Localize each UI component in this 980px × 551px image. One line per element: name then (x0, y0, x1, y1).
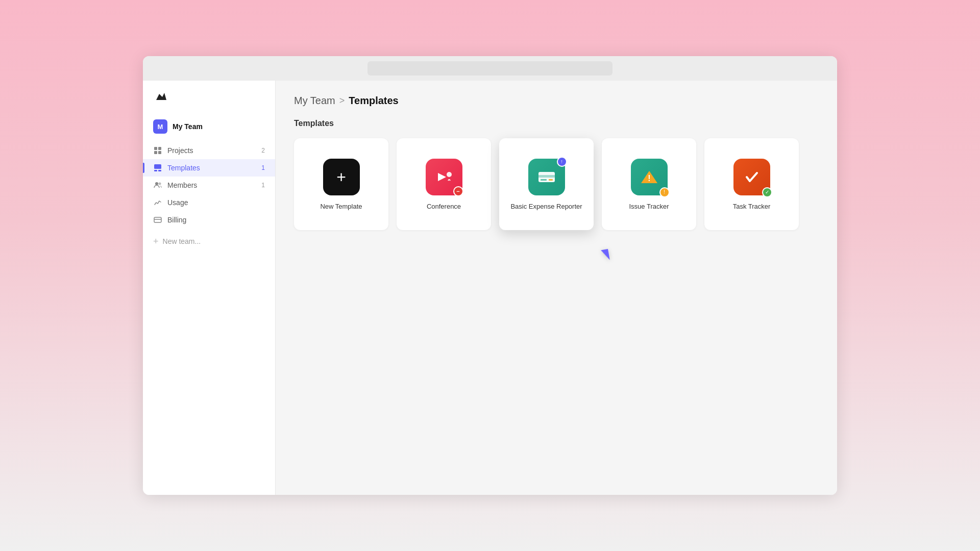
title-bar (143, 56, 837, 81)
svg-rect-2 (154, 151, 157, 154)
issue-icon-wrap: ! ! (631, 159, 668, 195)
sidebar-item-projects[interactable]: Projects 2 (143, 142, 275, 159)
issue-tracker-label: Issue Tracker (629, 203, 669, 210)
issue-badge: ! (659, 187, 670, 197)
svg-rect-0 (154, 147, 157, 150)
svg-rect-6 (158, 170, 161, 171)
breadcrumb-separator: > (339, 95, 345, 106)
expense-icon-wrap: ↑ (528, 159, 565, 195)
sidebar-item-usage[interactable]: Usage (143, 194, 275, 211)
breadcrumb-team[interactable]: My Team (294, 95, 335, 107)
new-template-label: New Template (320, 203, 362, 210)
svg-text:!: ! (648, 174, 650, 183)
expense-badge: ↑ (557, 157, 567, 167)
new-team-item[interactable]: + New team... (143, 233, 275, 250)
conference-label: Conference (427, 203, 461, 210)
main-content: My Team > Templates Templates + New Temp… (276, 81, 837, 495)
template-card-new-template[interactable]: + New Template (294, 138, 388, 230)
svg-rect-15 (549, 179, 553, 181)
template-card-expense-reporter[interactable]: ↑ Basic Expense Reporter (499, 138, 594, 230)
svg-rect-1 (158, 147, 161, 150)
template-card-conference[interactable]: − Conference (397, 138, 491, 230)
svg-point-7 (155, 182, 158, 185)
conference-icon-wrap: − (426, 159, 462, 195)
breadcrumb-current: Templates (349, 95, 398, 107)
templates-count: 1 (261, 164, 265, 171)
task-icon-wrap: ✓ (733, 159, 770, 195)
cursor (601, 249, 610, 261)
members-count: 1 (261, 182, 265, 189)
team-name-label: My Team (173, 122, 203, 131)
new-team-label: New team... (163, 237, 201, 245)
billing-label: Billing (167, 216, 265, 224)
new-team-plus-icon: + (153, 237, 159, 246)
sidebar: M My Team Projects 2 (143, 81, 276, 495)
active-indicator (143, 163, 144, 173)
svg-point-8 (159, 183, 161, 185)
svg-rect-13 (538, 175, 555, 178)
team-item[interactable]: M My Team (143, 115, 275, 138)
projects-label: Projects (167, 146, 256, 155)
members-icon (153, 181, 162, 190)
conference-badge: − (453, 186, 463, 196)
sidebar-item-members[interactable]: Members 1 (143, 177, 275, 194)
usage-icon (153, 198, 162, 207)
template-card-issue-tracker[interactable]: ! ! Issue Tracker (602, 138, 696, 230)
templates-grid: + New Template − (294, 138, 819, 230)
new-template-plus-icon: + (336, 169, 346, 185)
svg-point-11 (447, 172, 452, 177)
svg-rect-5 (154, 170, 157, 171)
expense-label: Basic Expense Reporter (510, 203, 582, 210)
breadcrumb: My Team > Templates (294, 95, 819, 107)
sidebar-item-billing[interactable]: Billing (143, 211, 275, 229)
section-title: Templates (294, 119, 819, 128)
sidebar-item-templates[interactable]: Templates 1 (143, 159, 275, 177)
members-label: Members (167, 181, 256, 189)
app-window: M My Team Projects 2 (143, 56, 837, 495)
templates-label: Templates (167, 164, 256, 172)
usage-label: Usage (167, 198, 265, 207)
projects-icon (153, 146, 162, 155)
svg-rect-14 (541, 179, 547, 181)
sidebar-logo (143, 89, 275, 115)
app-logo-icon (153, 89, 169, 105)
svg-rect-3 (158, 151, 161, 154)
svg-rect-9 (154, 217, 161, 222)
task-badge: ✓ (762, 187, 772, 197)
new-template-icon: + (323, 159, 360, 195)
team-avatar: M (153, 119, 167, 134)
projects-count: 2 (261, 147, 265, 154)
templates-icon (153, 163, 162, 172)
svg-rect-4 (154, 164, 161, 169)
template-card-task-tracker[interactable]: ✓ Task Tracker (704, 138, 799, 230)
title-bar-search[interactable] (368, 61, 612, 76)
app-body: M My Team Projects 2 (143, 81, 837, 495)
task-tracker-label: Task Tracker (733, 203, 771, 210)
billing-icon (153, 215, 162, 224)
